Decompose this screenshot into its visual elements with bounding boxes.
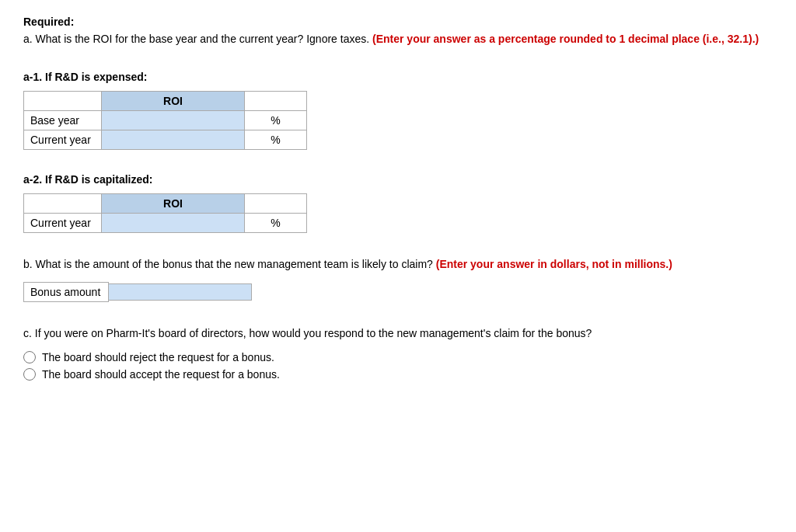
radio-accept[interactable] (23, 368, 36, 381)
table-a2: ROI Current year % (23, 193, 307, 233)
bonus-amount-input-cell[interactable] (109, 283, 252, 301)
question-a-red-text: (Enter your answer as a percentage round… (372, 33, 759, 45)
base-year-label: Base year (24, 111, 102, 130)
section-a1-label: a-1. If R&D is expensed: (23, 71, 773, 83)
required-label: Required: (23, 16, 773, 28)
section-a2-label: a-2. If R&D is capitalized: (23, 173, 773, 186)
base-year-unit: % (245, 111, 307, 130)
radio-item-accept[interactable]: The board should accept the request for … (23, 368, 773, 381)
question-b-red-text: (Enter your answer in dollars, not in mi… (436, 258, 672, 270)
current-year-label-a2: Current year (24, 214, 102, 233)
question-b-text: b. What is the amount of the bonus that … (23, 256, 773, 273)
base-year-roi-cell[interactable] (102, 111, 245, 130)
table-a1-roi-header: ROI (102, 92, 245, 111)
table-a2-empty-header (24, 194, 102, 214)
current-year-unit-a1: % (245, 130, 307, 150)
table-a1-empty-header (24, 92, 102, 111)
bonus-amount-input[interactable] (112, 286, 248, 298)
table-a2-unit-header (245, 194, 307, 214)
current-year-roi-cell-a1[interactable] (102, 130, 245, 150)
table-a1: ROI Base year % Current year % (23, 91, 307, 150)
current-year-label-a1: Current year (24, 130, 102, 150)
bonus-row: Bonus amount (23, 282, 773, 302)
radio-group: The board should reject the request for … (23, 351, 773, 381)
radio-item-reject[interactable]: The board should reject the request for … (23, 351, 773, 363)
current-year-roi-cell-a2[interactable] (102, 214, 245, 233)
radio-reject-label: The board should reject the request for … (42, 351, 274, 363)
bonus-amount-label: Bonus amount (23, 282, 109, 302)
table-row: Base year % (24, 111, 307, 130)
table-row: Current year % (24, 214, 307, 233)
current-year-roi-input-a2[interactable] (105, 217, 241, 229)
radio-accept-label: The board should accept the request for … (42, 368, 280, 381)
table-row: Current year % (24, 130, 307, 150)
current-year-unit-a2: % (245, 214, 307, 233)
radio-reject[interactable] (23, 351, 36, 363)
table-a2-roi-header: ROI (102, 194, 245, 214)
current-year-roi-input-a1[interactable] (105, 134, 241, 146)
table-a1-unit-header (245, 92, 307, 111)
question-c-text: c. If you were on Pharm-It's board of di… (23, 325, 773, 342)
question-a-text: a. What is the ROI for the base year and… (23, 31, 773, 47)
base-year-roi-input[interactable] (105, 114, 241, 127)
